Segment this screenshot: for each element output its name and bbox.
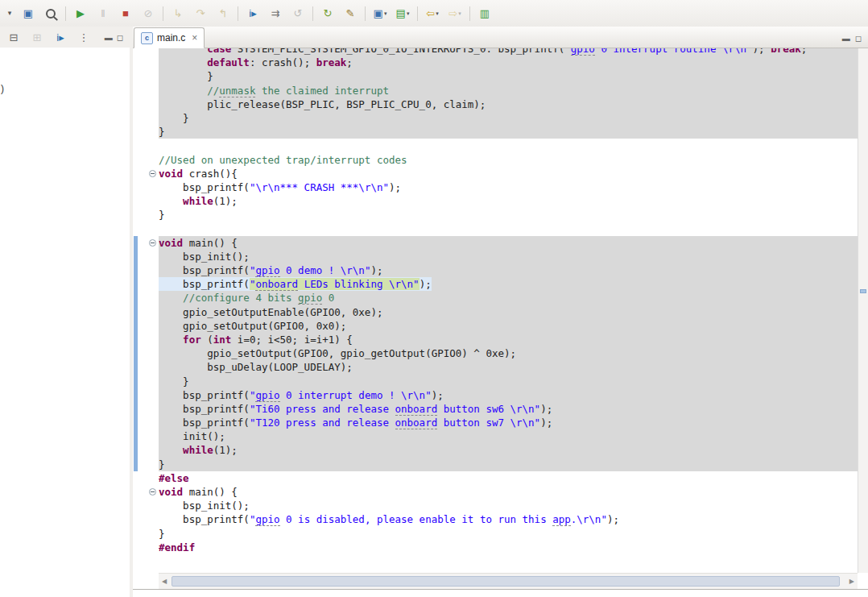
- code-line: }: [133, 125, 858, 139]
- dropdown-arrow-icon[interactable]: ▾: [436, 10, 439, 16]
- gutter[interactable]: [133, 263, 159, 277]
- gutter[interactable]: [133, 402, 159, 416]
- change-bar: [134, 236, 138, 250]
- code-line: bsp_printf("T120 press and release onboa…: [133, 416, 858, 429]
- gutter[interactable]: [133, 375, 159, 388]
- toolbar-separator: [65, 6, 66, 21]
- annotate-icon[interactable]: ✎: [340, 5, 361, 23]
- code-line: while(1);: [133, 194, 858, 208]
- code-line: //unmask the claimed interrupt: [133, 84, 858, 97]
- gutter[interactable]: [133, 167, 159, 180]
- console-panel-edge: [133, 589, 868, 597]
- gutter[interactable]: [133, 125, 159, 139]
- gutter[interactable]: [133, 346, 159, 360]
- gutter[interactable]: [133, 471, 159, 485]
- code-line: bsp_uDelay(LOOP_UDELAY);: [133, 360, 858, 374]
- instruction-stepping-icon[interactable]: i▸: [242, 5, 263, 23]
- gutter[interactable]: [133, 512, 159, 526]
- code-line: #else: [133, 471, 858, 485]
- suspend-icon[interactable]: ‖: [93, 5, 114, 23]
- fold-collapse-icon[interactable]: [149, 239, 156, 247]
- back-icon[interactable]: ⇦▾: [422, 5, 443, 23]
- gutter[interactable]: [133, 541, 159, 554]
- search-icon[interactable]: [40, 5, 61, 23]
- dropdown-arrow-icon[interactable]: ▾: [407, 10, 410, 16]
- expand-all-icon[interactable]: ⊞: [27, 28, 48, 46]
- gutter[interactable]: [133, 139, 159, 152]
- code-line: bsp_init();: [133, 499, 858, 512]
- forward-icon[interactable]: ⇨▾: [444, 5, 465, 23]
- fold-collapse-icon[interactable]: [149, 488, 156, 495]
- editor-area: c main.c × ▬◻ case SYSTEM_PLIC_SYSTEM_GP…: [133, 27, 868, 597]
- scrollbar-track[interactable]: [170, 576, 846, 587]
- new-window-icon[interactable]: ▣: [18, 5, 39, 23]
- step-into-icon[interactable]: ↳: [167, 5, 188, 23]
- dropdown-arrow-icon[interactable]: ▾: [384, 10, 387, 16]
- code-line: gpio_setOutput(GPIO0, gpio_getOutput(GPI…: [133, 346, 858, 360]
- gutter[interactable]: [133, 333, 159, 346]
- view-menu-icon[interactable]: ⋮: [73, 28, 94, 46]
- scrollbar-thumb[interactable]: [172, 576, 840, 587]
- refresh-icon[interactable]: ↻: [317, 5, 338, 23]
- gutter[interactable]: [133, 277, 159, 291]
- gutter[interactable]: [133, 291, 159, 305]
- overview-ruler[interactable]: [858, 48, 868, 573]
- code-line: bsp_printf("\r\n*** CRASH ***\r\n");: [133, 180, 858, 194]
- step-over-icon[interactable]: ↷: [190, 5, 211, 23]
- code-editor[interactable]: case SYSTEM_PLIC_SYSTEM_GPIO_0_IO_INTERR…: [133, 48, 858, 573]
- open-external-icon[interactable]: ▥: [474, 5, 495, 23]
- gutter[interactable]: [133, 56, 159, 69]
- gutter[interactable]: [133, 527, 159, 541]
- maximize-editor-button[interactable]: ◻: [855, 34, 862, 43]
- debug-history-dropdown[interactable]: ▣▾: [370, 5, 391, 23]
- gutter[interactable]: [133, 208, 159, 222]
- occurrence-mark[interactable]: [860, 289, 866, 293]
- code-line: [133, 222, 858, 235]
- toolbar-separator: [469, 6, 470, 21]
- gutter[interactable]: [133, 97, 159, 111]
- gutter[interactable]: [133, 305, 159, 319]
- gutter[interactable]: [133, 111, 159, 125]
- terminate-icon[interactable]: ■: [115, 5, 136, 23]
- gutter[interactable]: [133, 250, 159, 263]
- gutter[interactable]: [133, 153, 159, 167]
- scroll-left-arrow-icon[interactable]: ◀: [159, 578, 170, 585]
- gutter[interactable]: [133, 69, 159, 83]
- scroll-right-arrow-icon[interactable]: ▶: [846, 578, 858, 585]
- disconnect-icon[interactable]: ⊘: [138, 5, 159, 23]
- code-line: gpio_setOutputEnable(GPIO0, 0xe);: [133, 305, 858, 319]
- maximize-view-button[interactable]: ◻: [117, 33, 123, 42]
- run-history-dropdown[interactable]: ▤▾: [392, 5, 413, 23]
- resume-icon[interactable]: ▶: [70, 5, 91, 23]
- minimize-editor-button[interactable]: ▬: [842, 34, 850, 43]
- gutter[interactable]: [133, 443, 159, 457]
- gutter[interactable]: [133, 429, 159, 443]
- gutter[interactable]: [133, 236, 159, 250]
- gutter[interactable]: [133, 388, 159, 402]
- link-with-editor-icon[interactable]: i▸: [50, 28, 71, 46]
- toolbar-separator: [163, 6, 163, 21]
- gutter[interactable]: [133, 416, 159, 429]
- gutter[interactable]: [133, 180, 159, 194]
- gutter[interactable]: [133, 84, 159, 97]
- minimize-view-button[interactable]: ▬: [105, 33, 113, 42]
- tab-close-icon[interactable]: ×: [192, 32, 197, 44]
- horizontal-scrollbar[interactable]: ◀ ▶: [159, 573, 858, 589]
- tab-main-c[interactable]: c main.c ×: [134, 27, 205, 48]
- gutter[interactable]: [133, 48, 159, 56]
- collapse-all-icon[interactable]: ⊟: [3, 28, 24, 46]
- toolbar-separator: [365, 6, 366, 21]
- step-return-icon[interactable]: ↰: [213, 5, 234, 23]
- toolbar-overflow-icon[interactable]: ▾: [3, 5, 16, 23]
- step-filters-icon[interactable]: ⇉: [265, 5, 286, 23]
- gutter[interactable]: [133, 194, 159, 208]
- dropdown-arrow-icon[interactable]: ▾: [458, 10, 461, 16]
- gutter[interactable]: [133, 222, 159, 235]
- fold-collapse-icon[interactable]: [149, 170, 156, 177]
- gutter[interactable]: [133, 485, 159, 499]
- gutter[interactable]: [133, 458, 159, 471]
- gutter[interactable]: [133, 499, 159, 512]
- gutter[interactable]: [133, 319, 159, 333]
- restart-icon[interactable]: ↺: [287, 5, 308, 23]
- gutter[interactable]: [133, 360, 159, 374]
